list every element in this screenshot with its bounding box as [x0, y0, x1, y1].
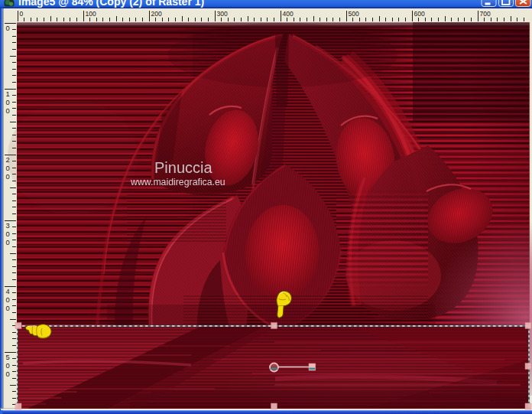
svg-text:600: 600: [414, 10, 425, 18]
svg-text:500: 500: [349, 10, 359, 18]
svg-text:3: 3: [6, 222, 10, 230]
svg-text:1: 1: [6, 90, 10, 98]
svg-text:0: 0: [6, 99, 10, 106]
svg-text:0: 0: [6, 239, 10, 246]
svg-text:0: 0: [6, 107, 10, 115]
svg-text:300: 300: [217, 10, 228, 18]
svg-text:www.maidiregrafica.eu: www.maidiregrafica.eu: [130, 177, 225, 187]
svg-text:4: 4: [6, 288, 10, 295]
svg-text:200: 200: [151, 10, 162, 18]
svg-text:0: 0: [6, 370, 10, 378]
svg-text:Image5 @ 84% (Copy (2) of Ras: Image5 @ 84% (Copy (2) of Raster 1): [18, 0, 204, 8]
svg-text:Pinuccia: Pinuccia: [154, 159, 212, 176]
svg-text:5: 5: [6, 354, 10, 361]
svg-text:700: 700: [480, 10, 491, 18]
svg-text:0: 0: [6, 230, 10, 238]
svg-text:0: 0: [20, 10, 24, 18]
svg-text:0: 0: [6, 173, 10, 181]
svg-text:0: 0: [6, 305, 10, 312]
svg-text:0: 0: [6, 296, 10, 304]
svg-text:400: 400: [283, 10, 294, 18]
svg-text:100: 100: [86, 10, 96, 18]
svg-text:0: 0: [6, 362, 10, 370]
svg-text:0: 0: [6, 24, 10, 32]
